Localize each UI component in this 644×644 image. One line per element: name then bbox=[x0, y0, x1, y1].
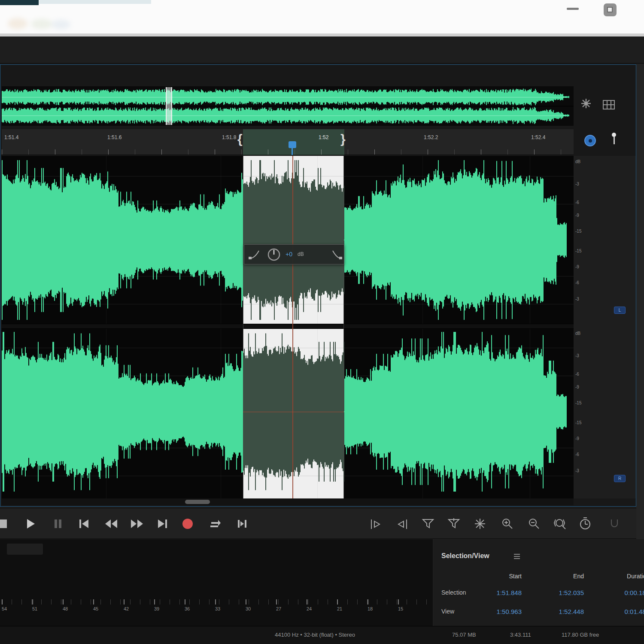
status-free-space: 117.80 GB free bbox=[562, 632, 599, 638]
status-bar: 44100 Hz • 32-bit (float) • Stereo 75.07… bbox=[0, 626, 644, 644]
meter-scale-ticks bbox=[2, 599, 427, 605]
fast-forward-button[interactable] bbox=[130, 519, 144, 529]
ruler-ticks bbox=[2, 149, 574, 155]
pause-button[interactable] bbox=[53, 519, 63, 529]
amplitude-db-label: -3 bbox=[575, 297, 579, 301]
selection-view-panel: Selection/View StartEndDurationSelection… bbox=[434, 539, 644, 626]
selection-close-bracket[interactable]: } bbox=[340, 132, 346, 146]
levels-meter-panel: 5451484542393633302724211815 bbox=[0, 539, 433, 626]
loop-playback-icon[interactable] bbox=[584, 135, 596, 146]
zoom-in-time-icon[interactable] bbox=[422, 518, 434, 530]
volume-knob-icon[interactable] bbox=[267, 247, 281, 262]
amplitude-db-label: -9 bbox=[575, 213, 579, 218]
column-header-start: Start bbox=[464, 573, 522, 580]
minimize-icon[interactable] bbox=[567, 8, 579, 10]
stop-button[interactable] bbox=[0, 519, 8, 529]
selection-duration-value[interactable]: 0:00.187 bbox=[590, 589, 644, 596]
record-button[interactable] bbox=[182, 518, 194, 530]
amplitude-db-label: -15 bbox=[575, 401, 581, 405]
selection-end-value[interactable]: 1:52.035 bbox=[526, 589, 584, 596]
amplitude-db-label: -15 bbox=[575, 249, 581, 253]
restore-window-glyph bbox=[607, 7, 613, 12]
status-audio-format: 44100 Hz • 32-bit (float) • Stereo bbox=[275, 632, 355, 638]
browser-tab-fragment bbox=[0, 0, 39, 5]
ruler-time-label: 1:51.8 bbox=[222, 134, 236, 140]
rewind-button[interactable] bbox=[104, 519, 118, 529]
grid-view-icon[interactable] bbox=[602, 99, 615, 110]
amplitude-db-label: -6 bbox=[575, 200, 579, 205]
zoom-out-amplitude-icon[interactable] bbox=[396, 519, 408, 530]
amplitude-db-label: -3 bbox=[575, 468, 579, 473]
ruler-time-label: 1:52.4 bbox=[531, 134, 545, 140]
zoom-out-icon[interactable] bbox=[528, 518, 540, 530]
browser-tab-fragment-2 bbox=[39, 0, 151, 4]
view-duration-value[interactable]: 0:01.485 bbox=[590, 608, 644, 615]
channel-right-button[interactable]: R bbox=[614, 475, 626, 482]
horizontal-scrollbar[interactable] bbox=[2, 498, 574, 505]
amplitude-db-label: -3 bbox=[575, 182, 579, 186]
play-button[interactable] bbox=[25, 518, 36, 530]
amplitude-db-label: -6 bbox=[575, 452, 579, 457]
column-header-duration: Duration bbox=[590, 573, 644, 580]
playhead-handle[interactable] bbox=[289, 141, 296, 148]
stereo-waveform-display[interactable] bbox=[2, 156, 574, 498]
hud-gain-value[interactable]: +0 bbox=[286, 251, 292, 258]
status-total-duration: 3:43.111 bbox=[510, 632, 531, 638]
amplitude-db-label: -6 bbox=[575, 372, 579, 377]
amplitude-db-label: -3 bbox=[575, 353, 579, 358]
volume-hud[interactable]: +0 dB bbox=[244, 244, 344, 264]
panel-menu-icon[interactable] bbox=[513, 553, 520, 559]
scrollbar-thumb[interactable] bbox=[185, 500, 210, 504]
browser-bar bbox=[0, 0, 644, 33]
skip-forward-button[interactable] bbox=[157, 519, 168, 529]
meter-db-number: 42 bbox=[124, 606, 129, 611]
workspace-bar: DefaultEdit Audio to VideoRadio Producti… bbox=[0, 36, 644, 64]
column-header-end: End bbox=[526, 573, 584, 580]
timeline-ruler[interactable]: 1:51.41:51.61:51.81:521:52.21:52.4 { } bbox=[2, 129, 574, 155]
zoom-to-selection-icon[interactable] bbox=[474, 518, 486, 530]
status-file-size: 75.07 MB bbox=[452, 632, 476, 638]
amplitude-db-label: -15 bbox=[575, 420, 581, 425]
browser-favicon-smudge bbox=[52, 20, 70, 29]
selection-view-title: Selection/View bbox=[441, 552, 489, 560]
channel-left-button[interactable]: L bbox=[614, 307, 626, 314]
selection-start-value[interactable]: 1:51.848 bbox=[464, 589, 522, 596]
zoom-full-icon[interactable] bbox=[554, 518, 567, 530]
browser-favicon-smudge bbox=[31, 19, 52, 29]
meter-db-number: 36 bbox=[185, 606, 190, 611]
meter-db-number: 45 bbox=[93, 606, 98, 611]
amplitude-db-label: -15 bbox=[575, 229, 581, 234]
meter-db-number: 15 bbox=[398, 606, 403, 611]
meter-db-number: 48 bbox=[63, 606, 68, 611]
view-indicator[interactable] bbox=[166, 87, 172, 125]
file-overview-waveform[interactable] bbox=[2, 86, 574, 126]
playhead-stem bbox=[292, 148, 293, 155]
pin-stem bbox=[614, 137, 615, 144]
levels-panel-title bbox=[7, 544, 43, 555]
meter-db-number: 18 bbox=[368, 606, 373, 611]
skip-back-button[interactable] bbox=[78, 519, 89, 529]
row-label-view: View bbox=[441, 608, 454, 615]
restore-window-icon[interactable] bbox=[604, 3, 617, 16]
meter-db-number: 51 bbox=[32, 606, 37, 611]
browser-favicon-smudge bbox=[8, 18, 27, 29]
fade-out-icon[interactable] bbox=[332, 250, 342, 259]
view-end-value[interactable]: 1:52.448 bbox=[526, 608, 584, 615]
hud-gain-unit: dB bbox=[298, 251, 304, 257]
screen: { "window": { "minimize_icon": "minimize… bbox=[0, 0, 644, 644]
hud-settings-icon[interactable] bbox=[580, 97, 592, 109]
zoom-out-time-icon[interactable] bbox=[447, 518, 460, 530]
transport-bar bbox=[0, 508, 636, 539]
timer-icon[interactable] bbox=[579, 517, 592, 530]
loop-playback-button[interactable] bbox=[209, 518, 222, 529]
zoom-in-amplitude-icon[interactable] bbox=[370, 519, 382, 530]
skip-selection-button[interactable] bbox=[235, 518, 249, 529]
snapping-icon[interactable] bbox=[609, 519, 620, 529]
zoom-in-icon[interactable] bbox=[501, 518, 513, 530]
ruler-time-label: 1:52.2 bbox=[424, 134, 438, 140]
view-start-value[interactable]: 1:50.963 bbox=[464, 608, 522, 615]
amplitude-db-label: -6 bbox=[575, 280, 579, 285]
selection-open-bracket[interactable]: { bbox=[237, 132, 243, 146]
fade-in-icon[interactable] bbox=[249, 250, 260, 259]
amplitude-db-label: -9 bbox=[575, 264, 579, 269]
